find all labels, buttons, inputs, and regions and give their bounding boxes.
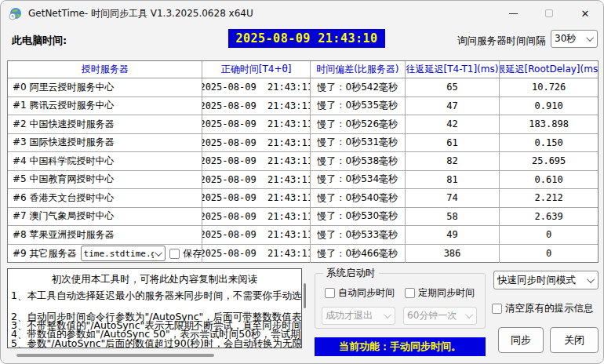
sync-mode-select[interactable]: 快速同步时间模式	[493, 271, 599, 289]
instructions-textbox[interactable]: 初次使用本工具时，可将此处内容复制出来阅读 1、本工具自动选择延迟最小的服务器来…	[7, 268, 302, 348]
server-time: 2025-08-09 21:43:11	[202, 208, 311, 226]
chevron-down-icon	[465, 311, 473, 318]
close-button[interactable]: ✕	[567, 1, 603, 26]
table-header-row: 授时服务器 正确时间[T4+θ] 时间偏差(比服务器) 往返延迟[T4-T1](…	[8, 61, 598, 78]
window-controls: ✕	[495, 1, 603, 26]
server-offset: 慢了：0秒538毫秒	[311, 152, 406, 170]
server-rootdelay: 0	[500, 245, 598, 264]
server-rootdelay: 0.610	[500, 171, 598, 189]
app-window: GetNetTime- 时间同步工具 V1.3.2025.0628 x64U ✕…	[0, 0, 604, 364]
server-rootdelay: 10.726	[500, 78, 598, 96]
server-offset: 慢了：0秒542毫秒	[311, 78, 406, 96]
save-checkbox[interactable]	[169, 249, 180, 259]
clear-messages-checkbox[interactable]	[492, 304, 502, 314]
server-name: #1 腾讯云授时服务中心	[8, 97, 202, 115]
table-row[interactable]: #4 中国科学院授时中心 2025-08-09 21:43:11 慢了：0秒53…	[8, 152, 598, 171]
server-offset: 慢了：0秒466毫秒	[311, 245, 406, 264]
server-time: 2025-08-09 21:43:11	[202, 226, 311, 244]
auto-sync-checkbox-row[interactable]: 自动同步时间	[325, 286, 395, 300]
server-rtt: 65	[406, 78, 500, 96]
server-rtt: 74	[406, 189, 500, 207]
minimize-icon	[509, 13, 518, 14]
server-rootdelay: 2.212	[500, 189, 598, 207]
save-checkbox-label: 保存	[183, 247, 202, 260]
chevron-down-icon	[587, 275, 595, 283]
periodic-sync-checkbox[interactable]	[405, 288, 415, 298]
table-row[interactable]: #0 阿里云授时服务中心 2025-08-09 21:43:11 慢了：0秒54…	[8, 78, 598, 97]
chevron-down-icon	[586, 34, 594, 42]
table-row[interactable]: #1 腾讯云授时服务中心 2025-08-09 21:43:11 慢了：0秒53…	[8, 97, 598, 116]
col-header-rtt: 往返延迟[T4-T1](ms)	[406, 61, 500, 78]
col-header-time: 正确时间[T4+θ]	[202, 61, 311, 78]
server-table: 授时服务器 正确时间[T4+θ] 时间偏差(比服务器) 往返延迟[T4-T1](…	[7, 60, 599, 263]
table-row[interactable]: #8 苹果亚洲授时服务器 2025-08-09 21:43:11 慢了：0秒53…	[8, 226, 598, 245]
clear-messages-label: 清空原有的提示信息	[505, 302, 594, 315]
server-name: #6 香港天文台授时中心	[8, 189, 202, 207]
exit-mode-select: 成功才退出	[322, 307, 395, 325]
table-row[interactable]: #7 澳门气象局授时中心 2025-08-09 21:43:11 慢了：0秒53…	[8, 208, 598, 227]
table-row[interactable]: #5 中国教育网授时中心 2025-08-09 21:43:11 慢了：0秒53…	[8, 171, 598, 190]
instructions-title: 初次使用本工具时，可将此处内容复制出来阅读	[8, 273, 301, 286]
app-globe-clock-icon	[9, 7, 22, 20]
server-rtt: 81	[406, 171, 500, 189]
local-time-label: 此电脑时间:	[12, 34, 67, 48]
close-app-button[interactable]: 关闭	[550, 327, 599, 353]
server-time: 2025-08-09 21:43:11	[202, 171, 311, 189]
sync-button[interactable]: 同步	[498, 327, 544, 353]
col-header-rootdelay: 根延迟[RootDelay](ms)	[500, 61, 598, 78]
col-header-server: 授时服务器	[8, 61, 202, 78]
horizontal-scrollbar-thumb[interactable]	[16, 354, 214, 357]
table-row-other-server[interactable]: #9 其它服务器 time.stdtime.gov 保存 2025-08-09 …	[8, 245, 598, 264]
table-row[interactable]: #2 中国快速授时服务器 2025-08-09 21:43:11 慢了：0秒52…	[8, 115, 598, 134]
server-time: 2025-08-09 21:43:11	[202, 134, 311, 152]
auto-sync-checkbox[interactable]	[325, 288, 335, 298]
server-rtt: 42	[406, 115, 500, 133]
chevron-down-icon	[155, 249, 162, 257]
sync-mode-value: 快速同步时间模式	[497, 274, 586, 287]
maximize-button	[531, 1, 567, 26]
server-offset: 慢了：0秒530毫秒	[311, 208, 406, 226]
local-time-display: 2025-08-09 21:43:10	[228, 29, 385, 48]
server-rootdelay: 0	[500, 226, 598, 244]
vertical-scrollbar-thumb[interactable]	[304, 283, 306, 308]
server-rtt: 49	[406, 226, 500, 244]
auto-sync-label: 自动同步时间	[338, 286, 395, 300]
chevron-down-icon	[384, 311, 391, 318]
server-time: 2025-08-09 21:43:11	[202, 152, 311, 170]
other-server-select[interactable]: time.stdtime.gov	[81, 246, 166, 261]
period-value: 60分钟一次	[407, 309, 464, 322]
interval-select[interactable]: 30秒	[551, 30, 598, 48]
table-row[interactable]: #3 国际快速授时服务器 2025-08-09 21:43:11 慢了：0秒53…	[8, 134, 598, 153]
server-name: #4 中国科学院授时中心	[8, 152, 202, 170]
server-rootdelay: 25.695	[500, 152, 598, 170]
interval-label: 询问服务器时间间隔	[457, 35, 546, 48]
server-rtt: 386	[406, 245, 500, 264]
minimize-button[interactable]	[495, 1, 531, 26]
other-server-cell: #9 其它服务器 time.stdtime.gov 保存	[8, 245, 202, 264]
server-offset: 慢了：0秒533毫秒	[311, 226, 406, 244]
server-offset: 慢了：0秒535毫秒	[311, 97, 406, 115]
server-name: #2 中国快速授时服务器	[8, 115, 202, 133]
maximize-icon	[545, 9, 553, 17]
server-offset: 慢了：0秒540毫秒	[311, 189, 406, 207]
window-title: GetNetTime- 时间同步工具 V1.3.2025.0628 x64U	[28, 7, 253, 20]
server-rtt: 82	[406, 152, 500, 170]
startup-group-label: 系统启动时	[323, 267, 379, 280]
server-offset: 慢了：0秒526毫秒	[311, 115, 406, 133]
startup-groupbox: 系统启动时 自动同步时间 定期同步时间 成功才退出 60分钟一次	[315, 273, 486, 329]
server-time: 2025-08-09 21:43:11	[202, 78, 311, 96]
server-name: #8 苹果亚洲授时服务器	[8, 226, 202, 244]
server-offset: 慢了：0秒534毫秒	[311, 171, 406, 189]
close-icon: ✕	[581, 9, 590, 19]
table-row[interactable]: #6 香港天文台授时中心 2025-08-09 21:43:11 慢了：0秒54…	[8, 189, 598, 208]
server-rootdelay: 0.910	[500, 97, 598, 115]
clear-messages-checkbox-row[interactable]: 清空原有的提示信息	[492, 302, 594, 315]
server-rtt: 61	[406, 134, 500, 152]
server-name: #3 国际快速授时服务器	[8, 134, 202, 152]
server-name: #0 阿里云授时服务中心	[8, 78, 202, 96]
periodic-sync-checkbox-row[interactable]: 定期同步时间	[405, 286, 475, 300]
server-rtt: 47	[406, 97, 500, 115]
other-server-value: time.stdtime.gov	[84, 249, 155, 259]
server-name: #9 其它服务器	[13, 247, 77, 260]
server-time: 2025-08-09 21:43:11	[202, 189, 311, 207]
